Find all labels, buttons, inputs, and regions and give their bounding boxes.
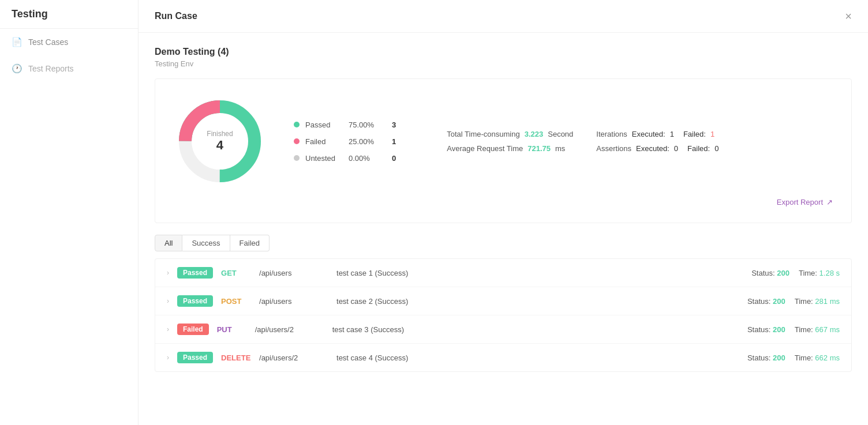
method-label: PUT <box>217 325 247 334</box>
time-value: 1.28 s <box>820 269 840 277</box>
filter-tab-success[interactable]: Success <box>182 235 230 251</box>
filter-tabs: All Success Failed <box>155 235 852 251</box>
test-list: › Passed GET /api/users test case 1 (Suc… <box>155 258 852 372</box>
test-meta: Status: 200 Time: 667 ms <box>747 325 840 334</box>
sidebar-item-test-reports[interactable]: 🕐 Test Reports <box>0 55 138 82</box>
test-item[interactable]: › Passed GET /api/users test case 1 (Suc… <box>155 259 851 287</box>
test-item[interactable]: › Failed PUT /api/users/2 test case 3 (S… <box>155 315 851 344</box>
method-label: DELETE <box>221 353 251 362</box>
passed-dot <box>294 122 300 127</box>
row-chevron[interactable]: › <box>167 325 169 333</box>
status-code: Status: 200 <box>747 297 785 306</box>
time-label: Time: 1.28 s <box>799 269 840 277</box>
test-path: /api/users <box>259 297 328 306</box>
passed-pct: 75.00% <box>349 121 386 129</box>
legend-failed: Failed 25.00% 1 <box>294 137 396 146</box>
total-time-value: 3.223 <box>525 130 544 138</box>
iterations-executed-label: Executed: <box>632 130 665 138</box>
test-item[interactable]: › Passed DELETE /api/users/2 test case 4… <box>155 344 851 371</box>
failed-count: 1 <box>392 137 396 146</box>
test-name: test case 2 (Success) <box>336 297 739 306</box>
donut-label: Finished <box>207 130 233 138</box>
filter-tab-failed[interactable]: Failed <box>230 235 270 251</box>
row-chevron[interactable]: › <box>167 297 169 305</box>
failed-pct: 25.00% <box>349 137 386 146</box>
time-value: 662 ms <box>815 353 840 362</box>
modal-header: Run Case × <box>139 0 868 33</box>
test-name: test case 4 (Success) <box>336 353 739 362</box>
assertions-failed-value: 0 <box>714 144 719 153</box>
avg-request-value: 721.75 <box>527 144 551 153</box>
status-code: Status: 200 <box>747 325 785 334</box>
avg-request-label: Average Request Time <box>447 144 523 153</box>
untested-dot <box>294 155 300 161</box>
donut-count: 4 <box>207 138 233 153</box>
iterations-executed-value: 1 <box>670 130 674 138</box>
chart-area: Finished 4 Passed 75.00% 3 Failed <box>155 78 852 223</box>
assertions-executed-value: 0 <box>674 144 678 153</box>
stat-assertions: Assertions Executed: 0 Failed: 0 <box>596 144 723 153</box>
export-report-button[interactable]: Export Report ↗ <box>777 198 833 206</box>
untested-pct: 0.00% <box>349 154 386 163</box>
chart-legend: Passed 75.00% 3 Failed 25.00% 1 Untested… <box>294 121 396 163</box>
sidebar-item-test-cases[interactable]: 📄 Test Cases <box>0 29 138 55</box>
passed-count: 3 <box>392 121 396 129</box>
status-badge: Passed <box>177 267 213 279</box>
sidebar: Testing 📄 Test Cases 🕐 Test Reports <box>0 0 139 425</box>
iterations-failed-value: 1 <box>710 130 714 138</box>
sidebar-title: Testing <box>0 0 138 29</box>
time-label: Time: 667 ms <box>795 325 840 334</box>
failed-dot <box>294 138 300 144</box>
export-icon: ↗ <box>826 198 833 206</box>
clock-icon: 🕐 <box>12 63 23 74</box>
time-value: 667 ms <box>815 325 840 334</box>
total-time-label: Total Time-consuming <box>447 130 519 138</box>
untested-count: 0 <box>392 154 396 163</box>
status-badge: Failed <box>177 324 209 335</box>
test-path: /api/users <box>259 269 328 277</box>
test-item[interactable]: › Passed POST /api/users test case 2 (Su… <box>155 287 851 315</box>
row-chevron[interactable]: › <box>167 269 169 277</box>
status-code: Status: 200 <box>751 269 790 277</box>
method-label: POST <box>221 297 251 306</box>
time-value: 281 ms <box>815 297 840 306</box>
time-label: Time: 281 ms <box>795 297 840 306</box>
failed-label: Failed <box>305 137 343 146</box>
passed-label: Passed <box>305 121 343 129</box>
status-code: Status: 200 <box>747 353 785 362</box>
stat-total-time: Total Time-consuming 3.223 Second <box>447 130 573 138</box>
close-button[interactable]: × <box>845 10 852 22</box>
iterations-label: Iterations <box>596 130 627 138</box>
donut-chart: Finished 4 <box>174 95 266 187</box>
sidebar-item-label: Test Reports <box>28 64 74 73</box>
run-title: Demo Testing (4) <box>155 47 852 57</box>
assertions-executed-label: Executed: <box>636 144 669 153</box>
main-content: Run Case × Demo Testing (4) Testing Env <box>139 0 868 425</box>
modal-body: Demo Testing (4) Testing Env <box>139 33 868 425</box>
run-subtitle: Testing Env <box>155 59 852 68</box>
assertions-label: Assertions <box>596 144 631 153</box>
time-label: Time: 662 ms <box>795 353 840 362</box>
test-name: test case 1 (Success) <box>336 269 743 277</box>
test-meta: Status: 200 Time: 1.28 s <box>751 269 840 277</box>
legend-passed: Passed 75.00% 3 <box>294 121 396 129</box>
export-label: Export Report <box>777 198 823 206</box>
test-path: /api/users/2 <box>255 325 324 334</box>
export-row: Export Report ↗ <box>174 198 833 206</box>
test-name: test case 3 (Success) <box>332 325 739 334</box>
stats-panel: Total Time-consuming 3.223 Second Iterat… <box>447 130 723 153</box>
row-chevron[interactable]: › <box>167 353 169 362</box>
total-time-unit: Second <box>548 130 573 138</box>
filter-tab-all[interactable]: All <box>155 235 182 251</box>
donut-center: Finished 4 <box>207 130 233 153</box>
modal-title: Run Case <box>155 11 197 21</box>
status-badge: Passed <box>177 295 213 307</box>
test-meta: Status: 200 Time: 662 ms <box>747 353 840 362</box>
test-meta: Status: 200 Time: 281 ms <box>747 297 840 306</box>
stat-avg-request: Average Request Time 721.75 ms <box>447 144 573 153</box>
stat-iterations: Iterations Executed: 1 Failed: 1 <box>596 130 723 138</box>
avg-request-unit: ms <box>555 144 565 153</box>
sidebar-item-label: Test Cases <box>28 37 68 47</box>
untested-label: Untested <box>305 154 343 163</box>
iterations-failed-label: Failed: <box>683 130 706 138</box>
